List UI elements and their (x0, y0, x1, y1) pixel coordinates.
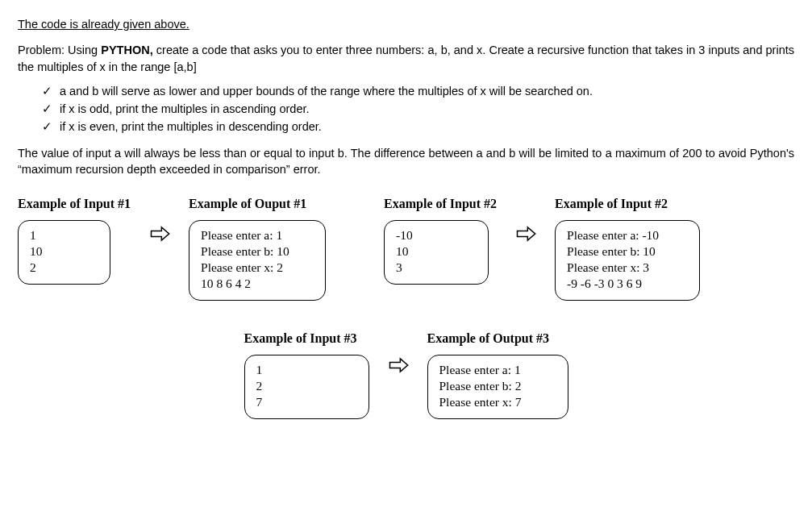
bullet-text: a and b will serve as lower and upper bo… (60, 85, 593, 98)
box-line: 2 (256, 378, 357, 394)
checkmark-icon: ✓ (42, 83, 60, 99)
box-line: 3 (396, 260, 477, 276)
box-line: 10 (396, 243, 477, 260)
example-3-output: Example of Output #3 Please enter a: 1 P… (427, 330, 568, 419)
example-1-input: Example of Input #1 1 10 2 (18, 195, 131, 285)
box-line: 10 (30, 243, 98, 260)
box-line: Please enter x: 2 (201, 260, 314, 276)
box-line: Please enter x: 3 (567, 260, 688, 276)
problem-prefix: Problem: Using (18, 44, 101, 56)
box-line: 10 8 6 4 2 (201, 276, 314, 292)
box-line: Please enter b: 10 (201, 243, 314, 260)
arrow-icon (387, 330, 410, 376)
bullet-text: if x is even, print the multiples in des… (60, 120, 322, 133)
box-line: -9 -6 -3 0 3 6 9 (567, 276, 688, 292)
examples-row-2: Example of Input #3 1 2 7 Example of Out… (18, 330, 794, 419)
example-2-output: Example of Input #2 Please enter a: -10 … (555, 195, 700, 301)
box-line: 1 (256, 362, 357, 378)
example-heading: Example of Input #3 (244, 330, 357, 347)
example-1-output: Example of Ouput #1 Please enter a: 1 Pl… (189, 195, 326, 301)
box-line: 2 (30, 260, 98, 276)
box-line: Please enter a: 1 (439, 362, 556, 378)
example-heading: Example of Output #3 (427, 330, 550, 347)
example-heading: Example of Input #2 (555, 195, 668, 213)
example-3-input: Example of Input #3 1 2 7 (244, 330, 369, 419)
bullet-item: ✓if x is odd, print the multiples in asc… (42, 101, 794, 117)
example-box: Please enter a: 1 Please enter b: 2 Plea… (427, 355, 568, 419)
box-line: 1 (30, 227, 98, 243)
note-paragraph: The value of input a will always be less… (18, 145, 794, 178)
example-box: 1 2 7 (244, 355, 369, 419)
arrow-icon (148, 195, 171, 245)
example-heading: Example of Input #2 (384, 195, 497, 213)
example-box: -10 10 3 (384, 220, 489, 285)
example-heading: Example of Input #1 (18, 195, 131, 213)
example-box: Please enter a: 1 Please enter b: 10 Ple… (189, 220, 326, 301)
box-line: Please enter b: 2 (439, 378, 556, 394)
box-line: Please enter a: -10 (567, 227, 688, 243)
problem-paragraph: Problem: Using PYTHON, create a code tha… (18, 42, 794, 75)
checkmark-icon: ✓ (42, 101, 60, 117)
bullet-item: ✓if x is even, print the multiples in de… (42, 118, 794, 135)
title-underlined: The code is already given above. (18, 16, 794, 32)
bullet-list: ✓a and b will serve as lower and upper b… (42, 83, 794, 135)
examples-row-1: Example of Input #1 1 10 2 Example of Ou… (18, 195, 794, 301)
box-line: Please enter b: 10 (567, 243, 688, 260)
example-box: Please enter a: -10 Please enter b: 10 P… (555, 220, 700, 301)
example-box: 1 10 2 (18, 220, 110, 285)
box-line: -10 (396, 227, 477, 243)
box-line: Please enter a: 1 (201, 227, 314, 243)
box-line: 7 (256, 394, 357, 410)
example-2-input: Example of Input #2 -10 10 3 (384, 195, 497, 285)
arrow-icon (514, 195, 537, 245)
bullet-text: if x is odd, print the multiples in asce… (60, 102, 310, 115)
problem-bold: PYTHON, (101, 44, 152, 56)
example-heading: Example of Ouput #1 (189, 195, 306, 213)
checkmark-icon: ✓ (42, 118, 60, 135)
bullet-item: ✓a and b will serve as lower and upper b… (42, 83, 794, 99)
box-line: Please enter x: 7 (439, 394, 556, 410)
